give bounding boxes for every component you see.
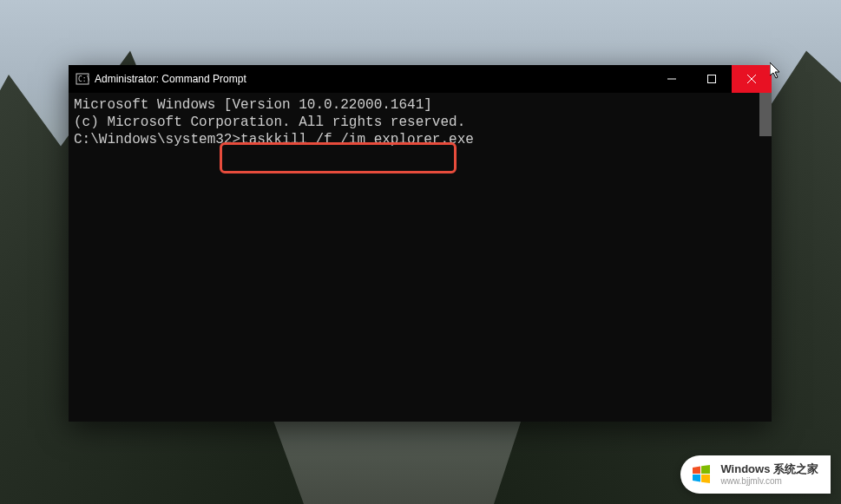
maximize-button[interactable]: [692, 65, 732, 93]
svg-rect-3: [708, 75, 716, 83]
command-prompt-window: C:\ Administrator: Command Prompt Micros…: [69, 65, 772, 422]
titlebar[interactable]: C:\ Administrator: Command Prompt: [69, 65, 772, 93]
cmd-icon: C:\: [76, 72, 89, 86]
command-text: taskkill /f /im explorer.exe: [240, 132, 474, 147]
scrollbar-thumb[interactable]: [759, 93, 772, 136]
window-controls: [652, 65, 772, 93]
prompt-path: C:\Windows\system32>: [74, 132, 240, 147]
watermark-text: Windows 系统之家 www.bjjmlv.com: [720, 463, 818, 485]
minimize-button[interactable]: [652, 65, 692, 93]
window-title: Administrator: Command Prompt: [95, 73, 652, 85]
terminal-content[interactable]: Microsoft Windows [Version 10.0.22000.16…: [69, 93, 772, 422]
watermark: Windows 系统之家 www.bjjmlv.com: [680, 455, 831, 494]
windows-logo-icon: [689, 462, 713, 487]
watermark-url: www.bjjmlv.com: [720, 476, 818, 486]
copyright-line: (c) Microsoft Corporation. All rights re…: [74, 114, 766, 131]
close-button[interactable]: [732, 65, 772, 93]
svg-text:C:\: C:\: [78, 75, 89, 83]
version-line: Microsoft Windows [Version 10.0.22000.16…: [74, 96, 766, 114]
watermark-brand: Windows 系统之家: [720, 463, 818, 475]
command-line: C:\Windows\system32>taskkill /f /im expl…: [74, 131, 766, 148]
